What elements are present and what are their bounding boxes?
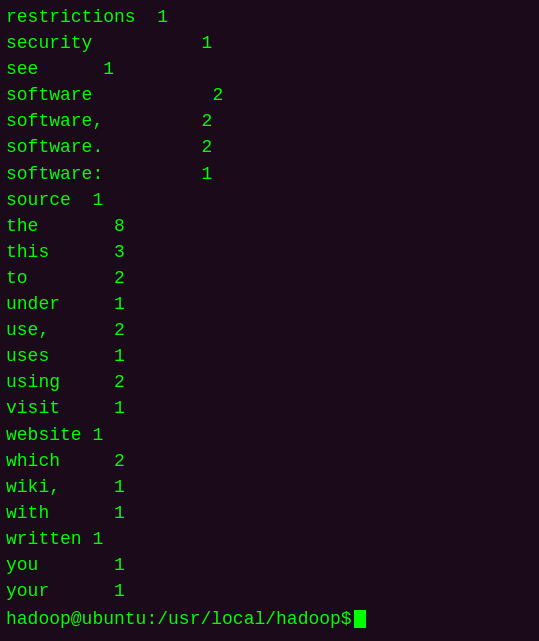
list-item: you 1 — [6, 552, 533, 578]
word-label: software: — [6, 161, 126, 187]
word-label: written 1 — [6, 526, 126, 552]
word-label: you 1 — [6, 552, 126, 578]
list-item: uses 1 — [6, 343, 533, 369]
list-item: see 1 — [6, 56, 533, 82]
list-item: your 1 — [6, 578, 533, 604]
word-label: which 2 — [6, 448, 126, 474]
list-item: wiki, 1 — [6, 474, 533, 500]
cursor-block — [354, 610, 366, 628]
list-item: with 1 — [6, 500, 533, 526]
word-label: the 8 — [6, 213, 126, 239]
list-item: restrictions 1 — [6, 4, 533, 30]
list-item: using 2 — [6, 369, 533, 395]
count-value: 2 — [126, 82, 223, 108]
list-item: under 1 — [6, 291, 533, 317]
list-item: software: 1 — [6, 161, 533, 187]
word-label: use, 2 — [6, 317, 126, 343]
word-label: this 3 — [6, 239, 126, 265]
list-item: security 1 — [6, 30, 533, 56]
list-item: this 3 — [6, 239, 533, 265]
list-item: visit 1 — [6, 395, 533, 421]
word-label: using 2 — [6, 369, 126, 395]
terminal-window: restrictions 1 security 1 see 1 software… — [0, 0, 539, 641]
list-item: use, 2 — [6, 317, 533, 343]
prompt-text: hadoop@ubuntu:/usr/local/hadoop$ — [6, 606, 352, 632]
word-label: your 1 — [6, 578, 126, 604]
word-label: software. — [6, 134, 126, 160]
list-item: the 8 — [6, 213, 533, 239]
list-item: to 2 — [6, 265, 533, 291]
count-value: 1 — [126, 161, 212, 187]
word-label: with 1 — [6, 500, 126, 526]
count-value: 1 — [126, 30, 212, 56]
word-label: software, — [6, 108, 126, 134]
terminal-prompt[interactable]: hadoop@ubuntu:/usr/local/hadoop$ — [6, 606, 533, 632]
word-label: visit 1 — [6, 395, 126, 421]
count-value: 1 — [136, 4, 168, 30]
list-item: software. 2 — [6, 134, 533, 160]
list-item: which 2 — [6, 448, 533, 474]
word-label: source 1 — [6, 187, 126, 213]
count-value: 2 — [126, 108, 212, 134]
count-value: 2 — [126, 134, 212, 160]
word-label: security — [6, 30, 126, 56]
word-label: website 1 — [6, 422, 126, 448]
word-label: uses 1 — [6, 343, 126, 369]
word-label: wiki, 1 — [6, 474, 126, 500]
list-item: software, 2 — [6, 108, 533, 134]
list-item: source 1 — [6, 187, 533, 213]
word-label: restrictions — [6, 4, 136, 30]
word-label: see 1 — [6, 56, 126, 82]
word-label: software — [6, 82, 126, 108]
list-item: software 2 — [6, 82, 533, 108]
list-item: website 1 — [6, 422, 533, 448]
word-label: to 2 — [6, 265, 126, 291]
list-item: written 1 — [6, 526, 533, 552]
word-label: under 1 — [6, 291, 126, 317]
